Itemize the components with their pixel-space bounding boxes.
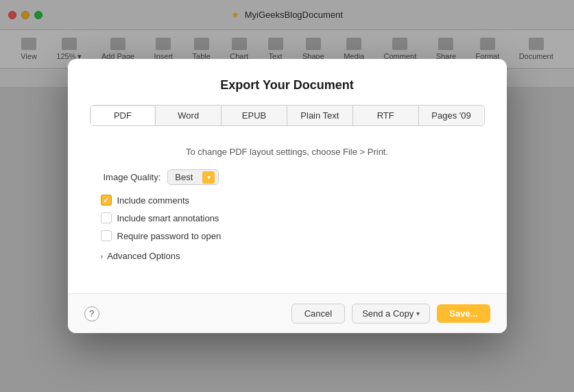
format-tabs: PDF Word EPUB Plain Text RTF Pages '09	[90, 105, 485, 126]
checkbox-require-password[interactable]: Require password to open	[101, 230, 474, 241]
dialog-content: To change PDF layout settings, choose Fi…	[68, 140, 507, 284]
tab-word[interactable]: Word	[156, 106, 222, 125]
smart-annotations-checkbox[interactable]	[101, 212, 112, 223]
help-button[interactable]: ?	[84, 306, 99, 321]
checkbox-include-comments[interactable]: Include comments	[101, 195, 474, 206]
chevron-right-icon: ›	[101, 252, 104, 260]
send-copy-dropdown-icon: ▾	[416, 310, 420, 317]
cancel-button[interactable]: Cancel	[291, 304, 345, 323]
checkbox-smart-annotations[interactable]: Include smart annotations	[101, 212, 474, 223]
save-button[interactable]: Save...	[437, 304, 490, 323]
image-quality-select-wrap[interactable]: Best Better Good ▾	[167, 169, 219, 185]
include-comments-checkbox[interactable]	[101, 195, 112, 206]
dialog-footer: ? Cancel Send a Copy ▾ Save...	[68, 293, 507, 333]
hint-text: To change PDF layout settings, choose Fi…	[101, 147, 474, 157]
export-dialog: Export Your Document PDF Word EPUB Plain…	[68, 59, 507, 333]
send-copy-button[interactable]: Send a Copy ▾	[352, 304, 430, 323]
tab-rtf[interactable]: RTF	[353, 106, 419, 125]
tab-plain-text[interactable]: Plain Text	[287, 106, 353, 125]
dialog-title: Export Your Document	[90, 78, 485, 93]
image-quality-row: Image Quality: Best Better Good ▾	[104, 169, 474, 185]
footer-buttons: Cancel Send a Copy ▾ Save...	[291, 304, 490, 323]
modal-overlay: Export Your Document PDF Word EPUB Plain…	[0, 0, 574, 392]
advanced-options-label: Advanced Options	[107, 251, 180, 261]
tab-epub[interactable]: EPUB	[222, 106, 287, 125]
advanced-options-row[interactable]: › Advanced Options	[101, 251, 474, 261]
tab-pages09[interactable]: Pages '09	[419, 106, 484, 125]
require-password-checkbox[interactable]	[101, 230, 112, 241]
dialog-header: Export Your Document PDF Word EPUB Plain…	[68, 59, 507, 140]
tab-pdf[interactable]: PDF	[91, 106, 156, 125]
image-quality-select[interactable]: Best Better Good	[167, 169, 219, 185]
dialog-spacer	[68, 284, 507, 294]
image-quality-label: Image Quality:	[104, 172, 161, 182]
app-background: ★ MyiGeeksBlogDocument View 125% ▾ Add P…	[0, 0, 574, 392]
